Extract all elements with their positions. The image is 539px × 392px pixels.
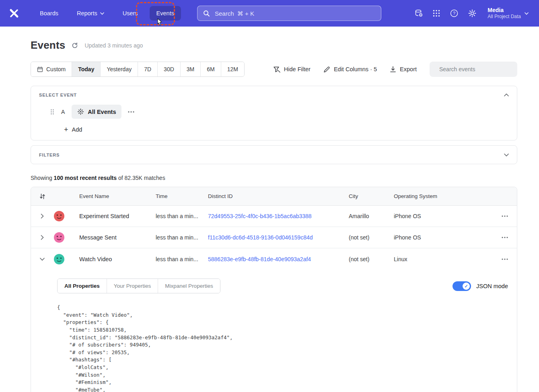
range-label: 7D [144, 66, 151, 72]
help-button[interactable]: ? [450, 9, 459, 18]
event-row-menu-button[interactable] [125, 109, 137, 115]
nav-item-users[interactable]: Users [116, 6, 145, 21]
range-custom-button[interactable]: Custom [31, 62, 72, 76]
distinct-id-link[interactable]: f11c30d6-dc6d-4518-9136-0d046159c84d [208, 234, 349, 241]
event-avatar [53, 210, 79, 222]
expand-row-button[interactable] [41, 235, 44, 240]
event-name-cell: Watch Video [79, 256, 156, 262]
col-distinct-id: Distinct ID [208, 193, 349, 199]
results-suffix: of 82.35K matches [117, 175, 165, 181]
table-row[interactable]: Experiment Started less than a min... 72… [31, 206, 517, 227]
ellipsis-icon [502, 215, 508, 217]
expand-filters-button[interactable] [504, 152, 509, 158]
refresh-button[interactable] [71, 42, 78, 49]
city-cell: Amarillo [349, 213, 394, 219]
row-menu-button[interactable] [502, 258, 508, 260]
range-3m-button[interactable]: 3M [181, 62, 201, 76]
distinct-id-link[interactable]: 72d49553-25fc-4f0c-b436-1b5ac6ab3388 [208, 213, 349, 219]
funnel-icon [273, 66, 280, 73]
expand-row-button[interactable] [41, 214, 44, 219]
range-6m-button[interactable]: 6M [201, 62, 221, 76]
selected-event-name: All Events [88, 109, 116, 115]
col-city: City [349, 193, 394, 199]
event-avatar [53, 232, 79, 243]
collapse-panel-button[interactable] [504, 92, 509, 98]
time-cell: less than a min... [156, 213, 208, 219]
help-icon: ? [450, 9, 459, 18]
global-search-input[interactable] [214, 10, 375, 17]
results-prefix: Showing [31, 175, 54, 181]
row-menu-button[interactable] [502, 215, 508, 217]
nav-item-events[interactable]: Events [150, 6, 181, 21]
collapse-row-button[interactable] [40, 258, 45, 261]
os-cell: iPhone OS [394, 213, 493, 219]
range-label: 12M [227, 66, 238, 72]
edit-columns-button[interactable]: Edit Columns · 5 [323, 66, 377, 73]
distinct-id-link[interactable]: 5886283e-e9fb-48fb-81de-40e9093a2af4 [208, 256, 349, 262]
chevron-right-icon [41, 235, 44, 240]
range-today-button[interactable]: Today [72, 62, 101, 76]
refresh-icon [71, 42, 78, 49]
toggle-check-icon: ✓ [463, 283, 470, 290]
time-cell: less than a min... [156, 234, 208, 241]
range-label: Today [78, 66, 94, 72]
page-header: Events Updated 3 minutes ago [31, 39, 517, 52]
filters-label: FILTERS [39, 153, 60, 157]
sort-button[interactable] [39, 194, 45, 199]
updated-timestamp: Updated 3 minutes ago [84, 42, 143, 49]
results-summary: Showing 100 most recent results of 82.35… [31, 175, 517, 181]
global-search[interactable] [197, 6, 381, 21]
tab-your-properties[interactable]: Your Properties [107, 279, 158, 293]
mixpanel-logo[interactable] [9, 8, 19, 19]
toolbar: Custom Today Yesterday 7D 30D 3M 6M 12M … [31, 62, 517, 77]
nav-item-label: Events [156, 10, 174, 17]
chevron-down-icon [40, 258, 45, 261]
nav-item-reports[interactable]: Reports [70, 6, 111, 21]
main-content: Events Updated 3 minutes ago Custom Toda… [0, 39, 539, 392]
range-7d-button[interactable]: 7D [138, 62, 158, 76]
hide-filter-button[interactable]: Hide Filter [273, 66, 311, 73]
primary-nav: Boards Reports Users Events [33, 6, 181, 21]
search-events-box[interactable] [430, 62, 517, 77]
event-row-letter: A [61, 109, 65, 115]
json-mode-toggle[interactable]: ✓ [453, 281, 471, 291]
range-30d-button[interactable]: 30D [158, 62, 181, 76]
ellipsis-icon [502, 258, 508, 260]
data-management-button[interactable] [414, 9, 423, 18]
project-switcher[interactable]: Media All Project Data [488, 6, 529, 20]
range-12m-button[interactable]: 12M [221, 62, 244, 76]
mixpanel-logo-icon [9, 8, 19, 19]
table-row[interactable]: Watch Video less than a min... 5886283e-… [31, 248, 517, 270]
city-cell: (not set) [349, 256, 394, 262]
ellipsis-icon [128, 111, 134, 113]
add-event-button[interactable]: + Add [64, 126, 82, 133]
range-label: 6M [207, 66, 214, 72]
navbar-actions: ? Media All Project Data [414, 6, 529, 20]
add-event-label: Add [72, 126, 82, 133]
range-yesterday-button[interactable]: Yesterday [101, 62, 138, 76]
nav-item-label: Users [123, 10, 138, 17]
table-row[interactable]: Message Sent less than a min... f11c30d6… [31, 227, 517, 248]
export-label: Export [400, 66, 417, 72]
nav-item-boards[interactable]: Boards [33, 6, 65, 21]
event-name-cell: Experiment Started [79, 213, 156, 219]
select-event-label: SELECT EVENT [39, 93, 77, 97]
range-label: 30D [164, 66, 174, 72]
edit-columns-label: Edit Columns · 5 [334, 66, 377, 72]
tab-mixpanel-properties[interactable]: Mixpanel Properties [158, 279, 220, 293]
apps-grid-button[interactable] [432, 9, 440, 17]
chevron-down-icon [504, 153, 509, 157]
chevron-right-icon [41, 214, 44, 219]
nav-item-label: Reports [77, 10, 97, 17]
row-menu-button[interactable] [502, 237, 508, 238]
event-selector-button[interactable]: All Events [72, 105, 121, 119]
export-button[interactable]: Export [390, 66, 417, 73]
settings-button[interactable] [468, 9, 477, 18]
drag-handle-icon[interactable] [50, 109, 54, 115]
pencil-icon [323, 66, 330, 73]
tab-all-properties[interactable]: All Properties [58, 279, 107, 293]
event-sparkle-icon [77, 108, 84, 115]
range-label: 3M [187, 66, 194, 72]
search-events-input[interactable] [438, 66, 513, 73]
calendar-icon [37, 66, 43, 72]
